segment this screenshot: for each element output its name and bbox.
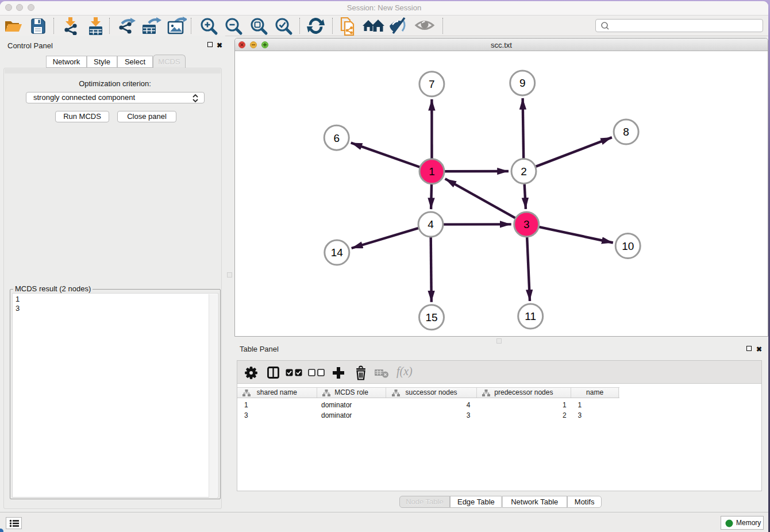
svg-text:8: 8 — [623, 126, 629, 138]
svg-text:10: 10 — [622, 240, 634, 252]
svg-text:11: 11 — [525, 310, 536, 322]
svg-text:15: 15 — [425, 311, 437, 323]
svg-text:4: 4 — [428, 218, 434, 230]
svg-text:9: 9 — [519, 77, 526, 89]
svg-text:2: 2 — [521, 165, 527, 178]
svg-text:1: 1 — [429, 165, 435, 178]
svg-text:3: 3 — [523, 218, 530, 230]
svg-text:6: 6 — [333, 132, 340, 144]
svg-text:14: 14 — [331, 246, 344, 259]
svg-text:7: 7 — [429, 78, 435, 90]
